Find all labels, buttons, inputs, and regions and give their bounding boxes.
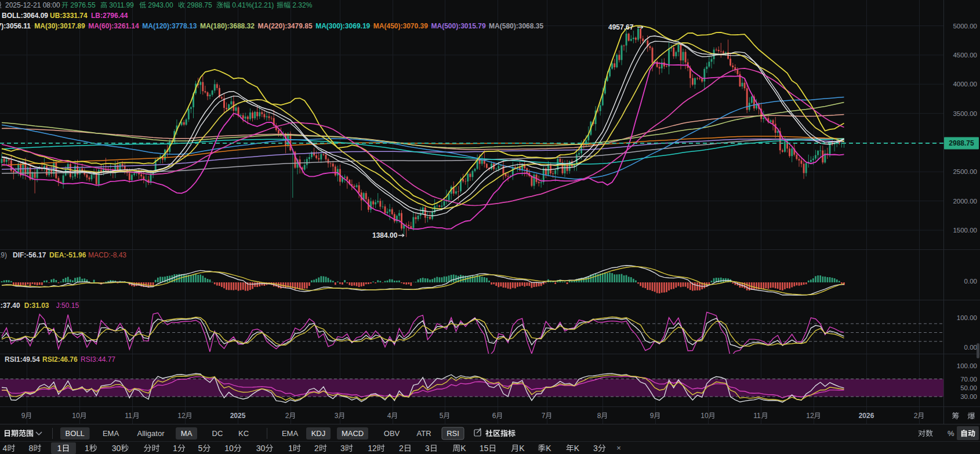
- svg-text:50.00: 50.00: [960, 384, 977, 391]
- svg-text:4: 4: [387, 412, 391, 420]
- svg-text:3: 3: [335, 412, 339, 420]
- svg-text:K: K: [519, 444, 525, 453]
- svg-text:MA: MA: [181, 429, 193, 438]
- svg-text:LB:2796.44: LB:2796.44: [91, 12, 128, 20]
- svg-text:J:50.15: J:50.15: [56, 302, 79, 310]
- svg-text:1: 1: [57, 444, 62, 453]
- svg-text:KDJ: KDJ: [311, 429, 326, 438]
- svg-text:BOLL: BOLL: [66, 429, 85, 438]
- svg-text:1: 1: [85, 444, 89, 453]
- svg-text:12: 12: [806, 412, 814, 420]
- svg-text:2: 2: [285, 412, 289, 420]
- svg-text:2: 2: [314, 444, 319, 453]
- svg-text:30: 30: [256, 444, 266, 453]
- svg-text:10: 10: [72, 412, 80, 420]
- svg-text:3: 3: [425, 444, 430, 453]
- svg-text:2.32%: 2.32%: [292, 1, 312, 9]
- svg-text:1384.00: 1384.00: [372, 231, 398, 239]
- svg-text:11: 11: [125, 412, 132, 420]
- svg-text:KC: KC: [238, 429, 249, 438]
- svg-text:8: 8: [29, 444, 34, 453]
- svg-text:30: 30: [112, 444, 121, 453]
- svg-text:3: 3: [340, 444, 345, 453]
- svg-text:DC: DC: [212, 429, 223, 438]
- svg-text:2026: 2026: [859, 412, 874, 420]
- svg-text:100.00: 100.00: [957, 314, 977, 321]
- svg-text:1: 1: [173, 444, 177, 453]
- svg-text:9: 9: [21, 412, 26, 420]
- svg-text:MA(300):3069.19: MA(300):3069.19: [315, 22, 370, 30]
- svg-text:BOLL:3064.09: BOLL:3064.09: [2, 12, 48, 20]
- svg-text:K: K: [546, 444, 551, 453]
- svg-text:30.00: 30.00: [960, 393, 977, 400]
- svg-text:%: %: [948, 429, 954, 438]
- svg-text:100.00: 100.00: [957, 362, 977, 369]
- svg-text:08:00: 08:00: [43, 1, 60, 9]
- svg-text:DIF:-56.17: DIF:-56.17: [13, 251, 46, 259]
- svg-text:2000.00: 2000.00: [953, 198, 977, 205]
- svg-text:MA(500):3015.79: MA(500):3015.79: [431, 22, 486, 30]
- svg-text:7: 7: [542, 412, 546, 420]
- svg-text:2988.75: 2988.75: [187, 1, 212, 9]
- svg-text:MA(120):3778.13: MA(120):3778.13: [142, 22, 197, 30]
- svg-text:MACD:-8.43: MACD:-8.43: [88, 251, 126, 259]
- svg-text:Alligator: Alligator: [137, 429, 165, 438]
- svg-text:0.41%(12.21): 0.41%(12.21): [232, 1, 274, 9]
- svg-text:2500.00: 2500.00: [953, 168, 977, 175]
- svg-text:3011.99: 3011.99: [109, 1, 134, 9]
- svg-text:MA(220):3479.85: MA(220):3479.85: [258, 22, 313, 30]
- svg-text:ATR: ATR: [417, 429, 431, 438]
- svg-text:15: 15: [480, 444, 489, 453]
- svg-text:10: 10: [700, 412, 709, 420]
- svg-text:70.00: 70.00: [960, 376, 977, 383]
- svg-text:9: 9: [650, 412, 654, 420]
- svg-text:RSI2:46.76: RSI2:46.76: [42, 355, 78, 364]
- svg-text:10: 10: [224, 444, 234, 453]
- svg-text:1500.00: 1500.00: [953, 227, 977, 234]
- svg-text:MACD: MACD: [342, 429, 364, 438]
- svg-text:3: 3: [593, 444, 598, 453]
- svg-text:6: 6: [492, 412, 496, 420]
- svg-text:K: K: [574, 444, 580, 453]
- svg-text:MA(60):3261.14: MA(60):3261.14: [88, 22, 139, 30]
- svg-text:EMA: EMA: [103, 429, 119, 438]
- svg-text:MA(450):3070.39: MA(450):3070.39: [373, 22, 428, 30]
- svg-text:2025: 2025: [230, 412, 246, 420]
- svg-text:RSI: RSI: [447, 429, 459, 438]
- svg-text:2943.00: 2943.00: [148, 1, 173, 9]
- svg-text:(12,26,9): (12,26,9): [0, 251, 7, 259]
- svg-text:MA(580):3068.35: MA(580):3068.35: [489, 22, 543, 30]
- svg-text:UB:3331.74: UB:3331.74: [50, 12, 88, 20]
- svg-text:2976.55: 2976.55: [70, 1, 96, 9]
- svg-text:MA(30):3017.89: MA(30):3017.89: [34, 22, 85, 30]
- svg-text:11: 11: [753, 412, 761, 420]
- svg-text:1: 1: [288, 444, 293, 453]
- svg-text:4000.00: 4000.00: [953, 81, 977, 88]
- svg-text:RSI3:44.77: RSI3:44.77: [81, 355, 115, 364]
- svg-text:MA(180):3688.32: MA(180):3688.32: [200, 22, 255, 30]
- svg-text:4500.00: 4500.00: [953, 52, 977, 59]
- svg-text:0.00: 0.00: [964, 344, 977, 351]
- svg-text:12: 12: [177, 412, 186, 420]
- svg-text:2988.75: 2988.75: [949, 139, 974, 147]
- svg-text:MA(7):3056.11: MA(7):3056.11: [0, 22, 31, 30]
- svg-text:5: 5: [198, 444, 203, 453]
- svg-text:4: 4: [3, 444, 8, 453]
- svg-text:2: 2: [399, 444, 404, 453]
- svg-text:2: 2: [914, 412, 918, 420]
- svg-text:5: 5: [440, 412, 444, 420]
- svg-text:8: 8: [597, 412, 601, 420]
- svg-text:3500.00: 3500.00: [953, 110, 977, 117]
- svg-text:2025-12-21: 2025-12-21: [5, 1, 41, 9]
- svg-text:OBV: OBV: [384, 429, 400, 438]
- svg-text:EMA: EMA: [282, 429, 299, 438]
- svg-text:×: ×: [616, 444, 621, 452]
- svg-text:5000.00: 5000.00: [953, 23, 977, 30]
- svg-text:12: 12: [368, 444, 377, 453]
- svg-text:DEA:-51.96: DEA:-51.96: [49, 251, 86, 259]
- svg-text:K:37.40: K:37.40: [0, 302, 20, 310]
- svg-text:0.00: 0.00: [964, 278, 977, 285]
- svg-text:K: K: [460, 444, 466, 453]
- svg-text:D:31.03: D:31.03: [24, 302, 49, 310]
- svg-text:RSI1:49.54: RSI1:49.54: [5, 355, 40, 364]
